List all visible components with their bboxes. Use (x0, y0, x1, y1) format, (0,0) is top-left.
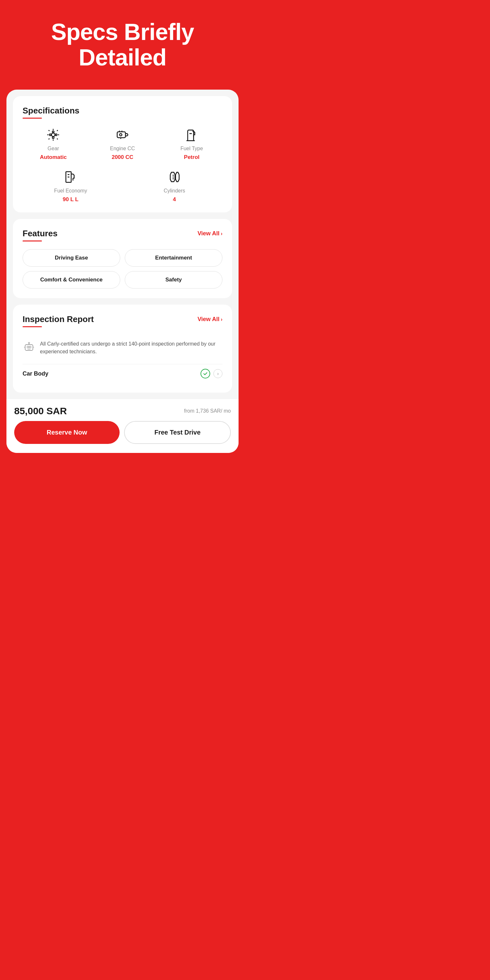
car-body-expand-icon[interactable]: › (213, 369, 223, 378)
inspection-chevron-icon: › (221, 317, 223, 322)
svg-point-11 (29, 342, 30, 344)
spec-fuel-economy: Fuel Economy 90 L L (22, 169, 119, 203)
engine-svg (115, 128, 130, 142)
svg-rect-8 (25, 345, 33, 350)
cylinders-label: Cylinders (164, 188, 185, 194)
price-monthly: from 1,736 SAR/ mo (184, 408, 231, 414)
engine-value: 2000 CC (111, 154, 133, 161)
feature-tag-comfort[interactable]: Comfort & Convenience (22, 271, 120, 288)
fuel-economy-icon (62, 169, 79, 185)
car-body-actions: › (200, 369, 223, 379)
inspection-robot-icon (22, 340, 35, 353)
bottom-bar: 85,000 SAR from 1,736 SAR/ mo Reserve No… (6, 399, 239, 453)
spec-gear: Gear Automatic (22, 126, 84, 161)
fuel-type-label: Fuel Type (181, 146, 203, 151)
features-view-all[interactable]: View All › (197, 230, 223, 237)
features-view-all-label: View All (197, 230, 220, 237)
gear-svg (46, 128, 60, 142)
inspection-car-body-row: Car Body › (22, 364, 223, 383)
svg-point-0 (52, 133, 55, 137)
fuel-economy-label: Fuel Economy (54, 188, 87, 194)
inspection-view-all[interactable]: View All › (197, 316, 223, 323)
features-header: Features View All › (22, 229, 223, 239)
fuel-type-svg (185, 128, 199, 142)
specifications-title: Specifications (22, 106, 79, 116)
cylinders-icon (166, 169, 183, 185)
fuel-type-value: Petrol (184, 154, 200, 161)
svg-point-1 (49, 134, 51, 136)
feature-tag-entertainment[interactable]: Entertainment (125, 249, 223, 267)
inspection-info: All Carly-certified cars undergo a stric… (22, 335, 223, 361)
cylinders-svg (167, 170, 181, 184)
features-section: Features View All › Driving Ease Enterta… (13, 219, 232, 298)
spec-cylinders: Cylinders 4 (126, 169, 223, 203)
svg-point-3 (52, 131, 54, 133)
reserve-now-button[interactable]: Reserve Now (14, 421, 119, 444)
svg-point-6 (119, 134, 122, 136)
action-buttons: Reserve Now Free Test Drive (14, 421, 231, 444)
cylinders-value: 4 (173, 196, 176, 203)
car-body-label: Car Body (22, 371, 48, 377)
features-title: Features (22, 229, 57, 239)
main-card: Specifications Gear Automatic (6, 90, 239, 453)
features-chevron-icon: › (221, 231, 223, 237)
inspection-title: Inspection Report (22, 314, 94, 324)
svg-point-2 (56, 134, 57, 136)
fuel-economy-value: 90 L L (63, 196, 79, 203)
fuel-economy-svg (64, 170, 78, 184)
price-row: 85,000 SAR from 1,736 SAR/ mo (14, 406, 231, 417)
inspection-view-all-label: View All (197, 316, 220, 323)
spec-fuel-type: Fuel Type Petrol (161, 126, 223, 161)
spec-engine: Engine CC 2000 CC (92, 126, 153, 161)
free-test-drive-button[interactable]: Free Test Drive (124, 421, 231, 444)
gear-icon (45, 126, 62, 143)
gear-label: Gear (48, 146, 59, 151)
specs-row-1: Gear Automatic Engine CC 2000 CC (22, 126, 223, 161)
svg-rect-10 (29, 346, 31, 348)
svg-rect-9 (27, 346, 29, 348)
price-main: 85,000 SAR (14, 406, 67, 417)
feature-tag-safety[interactable]: Safety (125, 271, 223, 288)
features-underline (22, 240, 42, 242)
svg-point-4 (52, 137, 54, 139)
specifications-underline (22, 118, 42, 119)
svg-rect-5 (117, 132, 126, 138)
hero-title: Specs Briefly Detailed (13, 19, 232, 70)
inspection-description: All Carly-certified cars undergo a stric… (40, 340, 223, 356)
gear-value: Automatic (40, 154, 67, 161)
specifications-section: Specifications Gear Automatic (13, 96, 232, 212)
specs-row-2: Fuel Economy 90 L L Cylinders 4 (22, 169, 223, 203)
car-body-check-icon (200, 369, 210, 379)
inspection-section: Inspection Report View All › All Carly- (13, 305, 232, 393)
engine-icon (114, 126, 131, 143)
inspection-header: Inspection Report View All › (22, 314, 223, 324)
fuel-type-icon (183, 126, 200, 143)
specifications-header: Specifications (22, 106, 223, 116)
engine-label: Engine CC (110, 146, 135, 151)
hero-section: Specs Briefly Detailed (0, 0, 245, 83)
inspection-underline (22, 326, 42, 327)
feature-tag-driving-ease[interactable]: Driving Ease (22, 249, 120, 267)
features-tags-grid: Driving Ease Entertainment Comfort & Con… (22, 249, 223, 288)
